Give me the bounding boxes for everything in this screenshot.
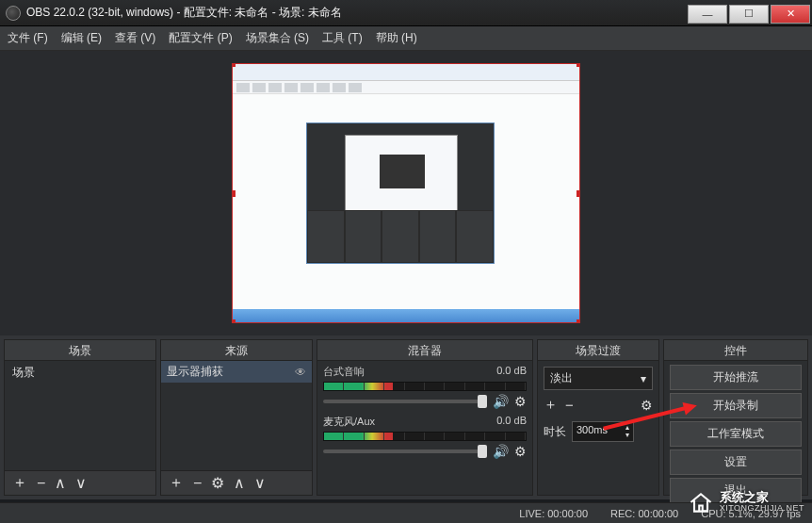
transition-selected: 淡出: [550, 370, 573, 386]
status-rec: REC: 00:00:00: [610, 508, 678, 519]
menu-bar: 文件 (F) 编辑 (E) 查看 (V) 配置文件 (P) 场景集合 (S) 工…: [0, 26, 812, 51]
gear-icon[interactable]: ⚙: [641, 398, 653, 413]
duration-input[interactable]: 300ms ▴▾: [572, 421, 634, 442]
audio-meter: [323, 432, 527, 441]
dock-panels: 场景 场景 ＋ − ∧ ∨ 来源 显示器捕获 👁 ＋ − ⚙ ∧ ∨ 混音器: [0, 335, 812, 499]
resize-handle-icon[interactable]: [232, 63, 235, 67]
menu-scene-collection[interactable]: 场景集合 (S): [246, 30, 309, 46]
source-add-button[interactable]: ＋: [169, 473, 184, 493]
start-recording-button[interactable]: 开始录制: [670, 393, 802, 418]
scenes-header: 场景: [5, 340, 155, 361]
speaker-icon[interactable]: 🔊: [493, 444, 509, 459]
menu-help[interactable]: 帮助 (H): [376, 30, 417, 46]
scene-add-button[interactable]: ＋: [12, 473, 27, 493]
settings-button[interactable]: 设置: [670, 449, 802, 475]
speaker-icon[interactable]: 🔊: [493, 394, 509, 409]
mixer-panel: 混音器 台式音响 0.0 dB 🔊 ⚙ 麦克风/Aux 0.0 dB: [317, 339, 533, 496]
scenes-panel: 场景 场景 ＋ − ∧ ∨: [4, 339, 156, 496]
source-down-button[interactable]: ∨: [254, 474, 266, 492]
resize-handle-icon[interactable]: [577, 319, 580, 323]
transition-add-button[interactable]: ＋: [544, 396, 558, 414]
scene-down-button[interactable]: ∨: [75, 474, 87, 492]
transition-remove-button[interactable]: −: [565, 397, 574, 413]
duration-value: 300ms: [577, 424, 608, 439]
sources-header: 来源: [161, 340, 312, 361]
exit-button[interactable]: 退出: [670, 478, 802, 503]
gear-icon[interactable]: ⚙: [514, 394, 527, 409]
scene-up-button[interactable]: ∧: [55, 474, 66, 492]
source-up-button[interactable]: ∧: [234, 474, 245, 492]
preview-canvas[interactable]: [232, 63, 580, 323]
window-close-button[interactable]: ✕: [771, 5, 810, 24]
spinner-icon[interactable]: ▴▾: [625, 424, 629, 439]
menu-edit[interactable]: 编辑 (E): [61, 30, 102, 46]
mixer-channel-name: 台式音响: [323, 365, 365, 379]
status-live: LIVE: 00:00:00: [519, 508, 588, 519]
chevron-down-icon: ▾: [641, 372, 646, 385]
audio-meter: [323, 382, 527, 391]
status-cpu: CPU: 5.1%, 29.97 fps: [701, 508, 801, 519]
start-streaming-button[interactable]: 开始推流: [670, 365, 802, 390]
source-item[interactable]: 显示器捕获 👁: [161, 361, 312, 383]
menu-tools[interactable]: 工具 (T): [322, 30, 363, 46]
source-remove-button[interactable]: −: [193, 475, 202, 492]
window-title: OBS 22.0.2 (32-bit, windows) - 配置文件: 未命名…: [26, 5, 342, 21]
transition-select[interactable]: 淡出 ▾: [544, 367, 653, 390]
scene-item[interactable]: 场景: [5, 361, 155, 384]
window-maximize-button[interactable]: ☐: [729, 5, 769, 24]
window-titlebar: OBS 22.0.2 (32-bit, windows) - 配置文件: 未命名…: [0, 0, 812, 26]
source-item-label: 显示器捕获: [167, 364, 223, 380]
controls-header: 控件: [664, 340, 807, 361]
resize-handle-icon[interactable]: [232, 190, 235, 197]
resize-handle-icon[interactable]: [232, 319, 235, 323]
volume-slider[interactable]: [323, 400, 487, 403]
resize-handle-icon[interactable]: [577, 190, 580, 197]
transitions-header: 场景过渡: [538, 340, 658, 361]
window-minimize-button[interactable]: —: [688, 5, 727, 24]
menu-view[interactable]: 查看 (V): [115, 30, 155, 46]
mixer-channel-level: 0.0 dB: [496, 415, 527, 429]
obs-app-icon: [6, 6, 21, 21]
status-bar: LIVE: 00:00:00 REC: 00:00:00 CPU: 5.1%, …: [0, 502, 812, 523]
menu-profile[interactable]: 配置文件 (P): [169, 30, 232, 46]
studio-mode-button[interactable]: 工作室模式: [670, 421, 802, 447]
menu-file[interactable]: 文件 (F): [8, 30, 48, 46]
duration-label: 时长: [544, 424, 566, 440]
mixer-header: 混音器: [317, 340, 532, 361]
scene-remove-button[interactable]: −: [37, 475, 45, 492]
source-settings-button[interactable]: ⚙: [211, 474, 224, 492]
preview-area[interactable]: [0, 51, 812, 335]
volume-slider[interactable]: [323, 449, 487, 453]
controls-panel: 控件 开始推流 开始录制 工作室模式 设置 退出: [663, 339, 808, 496]
sources-panel: 来源 显示器捕获 👁 ＋ − ⚙ ∧ ∨: [160, 339, 313, 496]
gear-icon[interactable]: ⚙: [514, 444, 527, 459]
mixer-channel-name: 麦克风/Aux: [323, 415, 375, 429]
visibility-toggle-icon[interactable]: 👁: [295, 366, 306, 379]
mixer-channel: 麦克风/Aux 0.0 dB 🔊 ⚙: [317, 411, 532, 461]
transitions-panel: 场景过渡 淡出 ▾ ＋ − ⚙ 时长 300ms ▴▾: [537, 339, 659, 496]
resize-handle-icon[interactable]: [577, 63, 580, 67]
mixer-channel-level: 0.0 dB: [496, 365, 527, 379]
mixer-channel: 台式音响 0.0 dB 🔊 ⚙: [317, 361, 532, 411]
